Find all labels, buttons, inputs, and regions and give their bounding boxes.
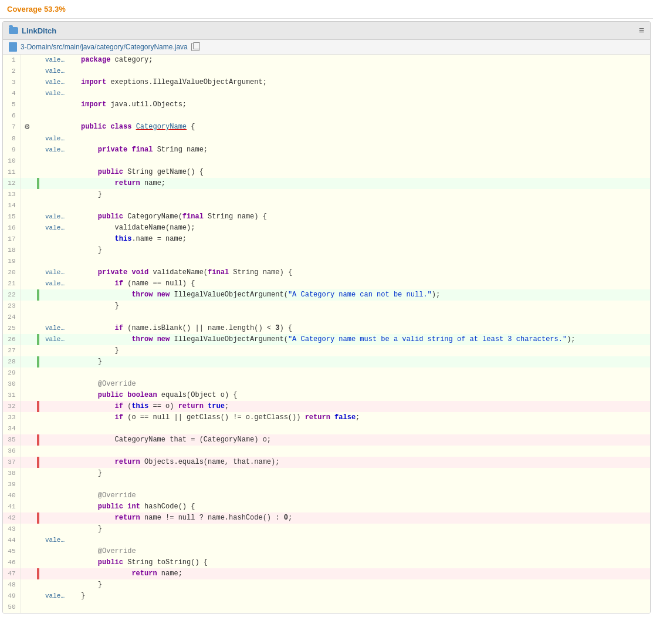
plain-text: (o == null || getClass() != o.getClass()… <box>123 413 305 422</box>
side-text: vale… <box>43 88 75 99</box>
table-row: 9vale… private final String name; <box>3 144 650 156</box>
code-cell: CategoryName that = (CategoryName) o; <box>75 434 650 446</box>
code-cell: } <box>75 301 650 312</box>
file-panel-header: LinkDitch ≡ <box>3 22 650 40</box>
line-number: 32 <box>3 401 21 412</box>
icon-col <box>21 99 33 110</box>
coverage-bar <box>33 110 43 122</box>
code-cell: public String getName() { <box>75 167 650 178</box>
table-row: 16vale… validateName(name); <box>3 222 650 234</box>
code-cell: return name; <box>75 568 650 579</box>
table-row: 45 @Override <box>3 546 650 557</box>
coverage-bar <box>33 234 43 245</box>
line-number: 39 <box>3 479 21 490</box>
red-coverage-bar <box>37 457 39 468</box>
line-number: 36 <box>3 446 21 457</box>
icon-col <box>21 211 33 222</box>
file-panel: LinkDitch ≡ 3-Domain/src/main/java/categ… <box>2 21 651 613</box>
side-text <box>43 434 75 446</box>
plain-text: name; <box>140 179 165 187</box>
bug-icon[interactable]: ⚙ <box>25 122 29 132</box>
code-cell: public int hashCode() { <box>75 501 650 512</box>
keyword: int <box>127 503 140 511</box>
keyword2: false <box>334 413 356 422</box>
plain-text: String toString() { <box>123 558 208 567</box>
plain-text: ; <box>288 514 292 522</box>
side-text <box>43 557 75 568</box>
coverage-bar <box>33 99 43 110</box>
side-text <box>43 501 75 512</box>
table-row: 46 public String toString() { <box>3 557 650 568</box>
plain-text <box>81 179 115 187</box>
table-row: 33 if (o == null || getClass() != o.getC… <box>3 412 650 423</box>
line-number: 48 <box>3 579 21 591</box>
plain-text: ; <box>225 402 229 410</box>
hamburger-icon[interactable]: ≡ <box>639 25 644 36</box>
red-coverage-bar <box>37 568 39 579</box>
string-literal: "A Category name can not be null." <box>288 291 432 299</box>
code-cell: return name != null ? name.hashCode() : … <box>75 512 650 524</box>
file-path: 3-Domain/src/main/java/category/Category… <box>21 43 188 51</box>
coverage-bar <box>33 512 43 524</box>
coverage-bar <box>33 446 43 457</box>
keyword: private <box>98 146 127 154</box>
icon-col <box>21 245 33 256</box>
annotation: @Override <box>81 547 136 555</box>
line-number: 2 <box>3 66 21 77</box>
plain-text <box>81 291 131 299</box>
icon-col <box>21 312 33 323</box>
table-row: 50 <box>3 602 650 613</box>
code-cell: if (o == null || getClass() != o.getClas… <box>75 412 650 423</box>
keyword: return <box>131 569 157 578</box>
coverage-bar <box>33 401 43 412</box>
coverage-bar <box>33 546 43 557</box>
code-cell: } <box>75 524 650 535</box>
icon-col <box>21 602 33 613</box>
code-cell: public CategoryName(final String name) { <box>75 211 650 222</box>
line-number: 18 <box>3 245 21 256</box>
icon-col <box>21 390 33 401</box>
plain-text: (name == null) { <box>123 279 195 288</box>
code-cell <box>75 446 650 457</box>
icon-col <box>21 66 33 77</box>
table-row: 43 } <box>3 524 650 535</box>
file-path-bar: 3-Domain/src/main/java/category/Category… <box>3 40 650 55</box>
side-text: vale… <box>43 323 75 334</box>
line-number: 42 <box>3 512 21 524</box>
table-row: 26vale… throw new IllegalValueObjectArgu… <box>3 334 650 345</box>
plain-text <box>81 324 115 332</box>
side-text <box>43 312 75 323</box>
code-cell: public boolean equals(Object o) { <box>75 390 650 401</box>
line-number: 20 <box>3 267 21 278</box>
table-row: 15vale… public CategoryName(final String… <box>3 211 650 222</box>
keyword: public <box>98 503 123 511</box>
code-cell: import exeptions.IllegalValueObjectArgum… <box>75 77 650 88</box>
plain-text <box>153 335 157 343</box>
plain-text: } <box>81 302 119 310</box>
red-coverage-bar <box>37 401 39 412</box>
side-text: vale… <box>43 535 75 546</box>
table-row: 17 this.name = name; <box>3 234 650 245</box>
table-row: 39 <box>3 479 650 490</box>
plain-text: hashCode() { <box>140 503 195 511</box>
coverage-bar <box>33 334 43 345</box>
icon-col <box>21 189 33 200</box>
icon-col <box>21 110 33 122</box>
line-number: 11 <box>3 167 21 178</box>
plain-text: } <box>81 346 119 355</box>
keyword: package <box>81 56 110 64</box>
copy-icon[interactable] <box>191 43 199 51</box>
coverage-bar <box>33 88 43 99</box>
side-text <box>43 512 75 524</box>
plain-text: } <box>81 190 102 198</box>
keyword: return <box>115 179 140 187</box>
coverage-bar <box>33 479 43 490</box>
keyword: final <box>131 146 153 154</box>
coverage-bar <box>33 256 43 267</box>
side-text: vale… <box>43 66 75 77</box>
icon-col <box>21 178 33 189</box>
table-row: 30 @Override <box>3 379 650 390</box>
code-cell <box>75 535 650 546</box>
table-row: 41 public int hashCode() { <box>3 501 650 512</box>
coverage-label: Coverage <box>7 5 42 14</box>
